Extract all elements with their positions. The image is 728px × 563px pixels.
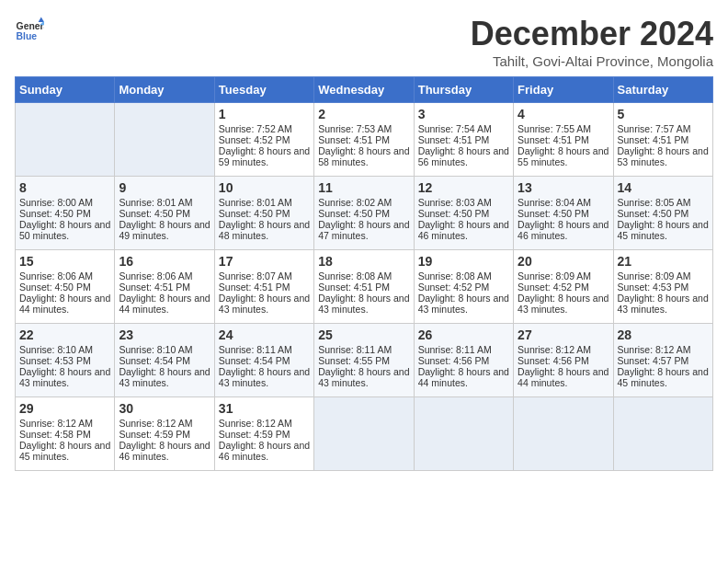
sunset-text: Sunset: 4:58 PM (19, 429, 91, 440)
day-number: 20 (518, 254, 609, 269)
sunrise-text: Sunrise: 8:09 AM (518, 270, 591, 282)
calendar-cell: 12Sunrise: 8:03 AMSunset: 4:50 PMDayligh… (414, 177, 513, 250)
sunset-text: Sunset: 4:55 PM (318, 355, 390, 366)
calendar-cell: 22Sunrise: 8:10 AMSunset: 4:53 PMDayligh… (16, 324, 115, 397)
daylight-text: Daylight: 8 hours and 45 minutes. (618, 219, 709, 241)
calendar-cell (414, 397, 513, 471)
calendar-cell: 13Sunrise: 8:04 AMSunset: 4:50 PMDayligh… (514, 177, 613, 250)
calendar-table: SundayMondayTuesdayWednesdayThursdayFrid… (15, 76, 713, 471)
daylight-text: Daylight: 8 hours and 44 minutes. (19, 293, 110, 315)
sunrise-text: Sunrise: 8:12 AM (119, 418, 192, 429)
svg-marker-2 (39, 17, 44, 22)
calendar-header-cell: Thursday (414, 77, 513, 103)
calendar-cell (613, 397, 712, 471)
day-number: 21 (618, 254, 709, 269)
calendar-cell: 11Sunrise: 8:02 AMSunset: 4:50 PMDayligh… (314, 177, 414, 250)
day-number: 2 (318, 107, 409, 121)
sunset-text: Sunset: 4:50 PM (19, 282, 91, 293)
day-number: 29 (19, 401, 110, 416)
daylight-text: Daylight: 8 hours and 55 minutes. (518, 145, 609, 167)
day-number: 22 (19, 327, 110, 342)
calendar-cell (115, 103, 214, 177)
calendar-header-cell: Monday (115, 77, 214, 103)
calendar-cell: 31Sunrise: 8:12 AMSunset: 4:59 PMDayligh… (214, 397, 313, 471)
sunset-text: Sunset: 4:51 PM (618, 134, 689, 145)
day-number: 1 (219, 107, 310, 121)
month-title: December 2024 (471, 15, 713, 53)
sunset-text: Sunset: 4:53 PM (618, 282, 689, 293)
daylight-text: Daylight: 8 hours and 44 minutes. (518, 366, 609, 388)
daylight-text: Daylight: 8 hours and 44 minutes. (418, 366, 509, 388)
logo-icon: General Blue (15, 15, 44, 44)
daylight-text: Daylight: 8 hours and 43 minutes. (418, 293, 509, 315)
calendar-cell: 27Sunrise: 8:12 AMSunset: 4:56 PMDayligh… (514, 324, 613, 397)
sunrise-text: Sunrise: 7:55 AM (518, 123, 591, 134)
sunset-text: Sunset: 4:56 PM (418, 355, 490, 366)
calendar-cell: 30Sunrise: 8:12 AMSunset: 4:59 PMDayligh… (115, 397, 214, 471)
sunset-text: Sunset: 4:53 PM (19, 355, 91, 366)
sunrise-text: Sunrise: 8:08 AM (318, 270, 392, 282)
sunset-text: Sunset: 4:50 PM (418, 208, 490, 219)
daylight-text: Daylight: 8 hours and 43 minutes. (119, 366, 210, 388)
day-number: 14 (618, 180, 709, 195)
day-number: 3 (418, 107, 509, 121)
sunset-text: Sunset: 4:50 PM (219, 208, 290, 219)
calendar-week-row: 15Sunrise: 8:06 AMSunset: 4:50 PMDayligh… (16, 250, 713, 324)
day-number: 27 (518, 327, 609, 342)
day-number: 19 (418, 254, 509, 269)
sunrise-text: Sunrise: 8:04 AM (518, 197, 591, 208)
calendar-week-row: 1Sunrise: 7:52 AMSunset: 4:52 PMDaylight… (16, 103, 713, 177)
sunrise-text: Sunrise: 8:03 AM (418, 197, 492, 208)
calendar-header-cell: Friday (514, 77, 613, 103)
daylight-text: Daylight: 8 hours and 58 minutes. (318, 145, 409, 167)
sunset-text: Sunset: 4:54 PM (219, 355, 290, 366)
calendar-cell: 1Sunrise: 7:52 AMSunset: 4:52 PMDaylight… (214, 103, 313, 177)
calendar-cell: 2Sunrise: 7:53 AMSunset: 4:51 PMDaylight… (314, 103, 414, 177)
daylight-text: Daylight: 8 hours and 43 minutes. (518, 293, 609, 315)
sunrise-text: Sunrise: 8:12 AM (518, 344, 591, 355)
sunset-text: Sunset: 4:51 PM (418, 134, 490, 145)
day-number: 24 (219, 327, 310, 342)
sunrise-text: Sunrise: 8:12 AM (219, 418, 292, 429)
sunrise-text: Sunrise: 8:01 AM (119, 197, 192, 208)
daylight-text: Daylight: 8 hours and 47 minutes. (318, 219, 409, 241)
calendar-header-cell: Tuesday (214, 77, 313, 103)
daylight-text: Daylight: 8 hours and 43 minutes. (618, 293, 709, 315)
sunrise-text: Sunrise: 8:00 AM (19, 197, 93, 208)
calendar-cell: 24Sunrise: 8:11 AMSunset: 4:54 PMDayligh… (214, 324, 313, 397)
day-number: 28 (618, 327, 709, 342)
day-number: 16 (119, 254, 210, 269)
day-number: 17 (219, 254, 310, 269)
daylight-text: Daylight: 8 hours and 46 minutes. (518, 219, 609, 241)
day-number: 13 (518, 180, 609, 195)
calendar-cell: 16Sunrise: 8:06 AMSunset: 4:51 PMDayligh… (115, 250, 214, 324)
day-number: 5 (618, 107, 709, 121)
sunset-text: Sunset: 4:51 PM (119, 282, 190, 293)
sunrise-text: Sunrise: 8:01 AM (219, 197, 292, 208)
calendar-cell: 4Sunrise: 7:55 AMSunset: 4:51 PMDaylight… (514, 103, 613, 177)
sunrise-text: Sunrise: 8:06 AM (19, 270, 93, 282)
sunrise-text: Sunrise: 8:05 AM (618, 197, 691, 208)
calendar-cell: 5Sunrise: 7:57 AMSunset: 4:51 PMDaylight… (613, 103, 712, 177)
daylight-text: Daylight: 8 hours and 43 minutes. (219, 293, 310, 315)
sunrise-text: Sunrise: 8:09 AM (618, 270, 691, 282)
sunrise-text: Sunrise: 8:02 AM (318, 197, 392, 208)
daylight-text: Daylight: 8 hours and 53 minutes. (618, 145, 709, 167)
calendar-cell: 23Sunrise: 8:10 AMSunset: 4:54 PMDayligh… (115, 324, 214, 397)
daylight-text: Daylight: 8 hours and 43 minutes. (19, 366, 110, 388)
sunset-text: Sunset: 4:52 PM (518, 282, 589, 293)
daylight-text: Daylight: 8 hours and 46 minutes. (418, 219, 509, 241)
calendar-header-cell: Saturday (613, 77, 712, 103)
day-number: 15 (19, 254, 110, 269)
calendar-cell: 8Sunrise: 8:00 AMSunset: 4:50 PMDaylight… (16, 177, 115, 250)
sunrise-text: Sunrise: 8:08 AM (418, 270, 492, 282)
daylight-text: Daylight: 8 hours and 48 minutes. (219, 219, 310, 241)
sunset-text: Sunset: 4:54 PM (119, 355, 190, 366)
sunset-text: Sunset: 4:52 PM (219, 134, 290, 145)
sunset-text: Sunset: 4:59 PM (219, 429, 290, 440)
sunset-text: Sunset: 4:57 PM (618, 355, 689, 366)
daylight-text: Daylight: 8 hours and 49 minutes. (119, 219, 210, 241)
svg-text:Blue: Blue (17, 31, 38, 41)
calendar-header-cell: Wednesday (314, 77, 414, 103)
calendar-week-row: 22Sunrise: 8:10 AMSunset: 4:53 PMDayligh… (16, 324, 713, 397)
